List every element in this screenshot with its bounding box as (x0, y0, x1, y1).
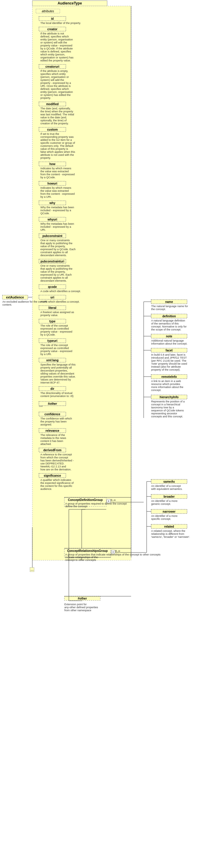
svg-text:or system) will edit the: or system) will edit the (40, 41, 67, 44)
attr-relevance-name: relevance (45, 429, 60, 432)
svg-text:resource which provides: resource which provides (151, 383, 180, 385)
right-facet-name: facet (166, 349, 173, 352)
svg-text:by a QCode.: by a QCode. (40, 176, 56, 179)
svg-text:'note' property should be used: 'note' property should be used (151, 362, 187, 365)
svg-text:how are on the derivation.: how are on the derivation. (40, 468, 72, 471)
svg-text:by a QCode.: by a QCode. (40, 333, 56, 336)
svg-text:any-other defined properties: any-other defined properties (64, 606, 98, 609)
svg-text:Additional natural language: Additional natural language (151, 339, 184, 342)
right-broader-name: broader (164, 495, 174, 498)
svg-text:the time) when the property: the time) when the property (40, 110, 73, 113)
svg-text:use: use (39, 405, 43, 407)
svg-text:representing ancestor: representing ancestor (151, 412, 177, 415)
svg-text:Indicates by which means: Indicates by which means (40, 186, 72, 189)
svg-text:the property has been: the property has been (40, 420, 67, 423)
svg-text:descendant elements.: descendant elements. (40, 279, 67, 282)
attr-uri-name: uri (50, 296, 55, 299)
svg-text:In build 0.8 and later, facet : In build 0.8 and later, facet is (151, 353, 185, 356)
svg-text:expressed as controlled: expressed as controlled (40, 327, 69, 330)
svg-text:----: ---- (31, 569, 34, 571)
svg-text:define the concept: define the concept (65, 505, 87, 508)
svg-text:the concept.: the concept. (151, 308, 166, 311)
attr-creatoruri-name: creatoruri (45, 65, 60, 68)
fother-label: #other (78, 597, 87, 600)
svg-text:constraint applies to all: constraint applies to all (40, 276, 68, 279)
attr-confidence-name: confidence (45, 412, 61, 416)
svg-text:concept.: concept. (151, 389, 161, 392)
right-remoteinfo-name: remoteInfo (161, 375, 177, 378)
svg-text:included - expressed by a: included - expressed by a (40, 209, 71, 212)
svg-text:specifies which entity: specifies which entity (40, 72, 66, 75)
svg-text:The confidence with which: The confidence with which (40, 417, 72, 420)
ext-audience-desc: An excluded audience for the content. (2, 300, 47, 303)
svg-text:sibling values of descendant: sibling values of descendant (40, 372, 74, 375)
svg-text:content.: content. (2, 303, 12, 306)
svg-text:The role of the concept: The role of the concept (40, 344, 68, 347)
svg-text:(person, organisation or: (person, organisation or (40, 75, 69, 79)
svg-text:attached.: attached. (40, 442, 51, 445)
svg-text:specific customer or group of: specific customer or group of (40, 142, 75, 145)
svg-text:A reference to the concept: A reference to the concept (40, 453, 72, 456)
attr-howuri-name: howuri (47, 182, 58, 185)
svg-text:organisation or system) has: organisation or system) has (40, 56, 74, 59)
svg-text:QCode.: QCode. (40, 212, 50, 215)
svg-text:value of the property,: value of the property, (40, 245, 66, 248)
attr-why-name: why (49, 202, 56, 205)
right-related-name: related (164, 525, 174, 528)
svg-text:content (enumeration to: rtl): content (enumeration to: rtl) (40, 395, 74, 398)
svg-text:from which the concept: from which the concept (40, 456, 68, 459)
svg-text:An identifier of a concept: An identifier of a concept (151, 485, 181, 488)
svg-text:property and potentially all: property and potentially all (40, 366, 72, 369)
svg-text:value is the date (and,: value is the date (and, (40, 116, 67, 119)
attr-xmllang-name: xml:lang (46, 359, 58, 362)
svg-text:+: + (108, 499, 110, 503)
attr-creator-name: creator (47, 28, 58, 31)
right-name-name: name (165, 300, 173, 304)
svg-text:expressed by a QCode. Each: expressed by a QCode. Each (40, 248, 76, 251)
svg-text:from the content - expressed: from the content - expressed (40, 173, 75, 176)
svg-text:+: + (112, 550, 114, 554)
svg-text:A qualifier which indicates: A qualifier which indicates (40, 478, 72, 482)
svg-text:content it has been: content it has been (40, 439, 63, 442)
attr-custom-name: custom (47, 128, 58, 131)
svg-text:that apply to publishing the: that apply to publishing the (40, 242, 72, 245)
attr-dir-name: dir (50, 387, 55, 391)
svg-text:The relevance of the: The relevance of the (40, 434, 65, 437)
svg-text:Indicates by which means: Indicates by which means (40, 167, 72, 170)
svg-text:relationship is different from: relationship is different from (151, 532, 184, 535)
svg-text:concepts and this concept.: concepts and this concept. (151, 415, 183, 418)
fother-desc-1: Extension point for (64, 603, 87, 606)
svg-text:Why the metadata has been: Why the metadata has been (40, 222, 74, 225)
svg-text:from the content - expressed: from the content - expressed (40, 192, 75, 195)
svg-text:or system) has edited the: or system) has edited the (40, 93, 71, 96)
attr-type-name: type (49, 320, 56, 323)
svg-text:the expected significance of: the expected significance of (40, 482, 74, 485)
svg-text:which entity (person,: which entity (person, (40, 53, 65, 56)
svg-text:by a URI.: by a URI. (40, 353, 52, 355)
svg-text:more information about the: more information about the (151, 385, 183, 389)
svg-text:value is defined, specifies: value is defined, specifies (40, 50, 71, 53)
svg-text:has been derived/inherited -: has been derived/inherited - (40, 459, 74, 462)
svg-text:properties override this value: properties override this value. (40, 375, 76, 378)
attr-significance-name: significance (44, 474, 61, 477)
svg-text:attribute is not used with the: attribute is not used with the (40, 153, 74, 156)
svg-text:property.: property. (40, 96, 51, 99)
svg-text:entity (person, organisation: entity (person, organisation (40, 38, 73, 41)
svg-text:the value was extracted: the value was extracted (40, 189, 69, 192)
svg-text:URI. Once the attribute is: URI. Once the attribute is (40, 85, 71, 88)
svg-text:property value - expressed: property value - expressed (40, 350, 72, 353)
svg-text:Values are determined by: Values are determined by (40, 378, 71, 381)
svg-text:false which applies when this: false which applies when this (40, 150, 75, 153)
svg-text:defined, specifies which: defined, specifies which (40, 35, 69, 38)
svg-text:An identifier of a more: An identifier of a more (151, 515, 177, 518)
svg-text:generic concept.: generic concept. (151, 502, 171, 505)
svg-text:The role of the concept: The role of the concept (40, 324, 68, 327)
svg-text:customers only. The default: customers only. The default (40, 145, 73, 147)
svg-text:property.: property. (40, 156, 51, 159)
svg-text:specific concept.: specific concept. (151, 518, 171, 521)
svg-text:taxonomy tree by a: taxonomy tree by a (151, 406, 174, 409)
svg-text:introduced and JPR/G2 TEST: introduced and JPR/G2 TEST (151, 356, 187, 359)
attr-typeuri-name: typeuri (47, 339, 58, 342)
svg-text:property - expressed by a: property - expressed by a (40, 82, 71, 85)
cardinality-def: 0..∞ (111, 499, 115, 502)
